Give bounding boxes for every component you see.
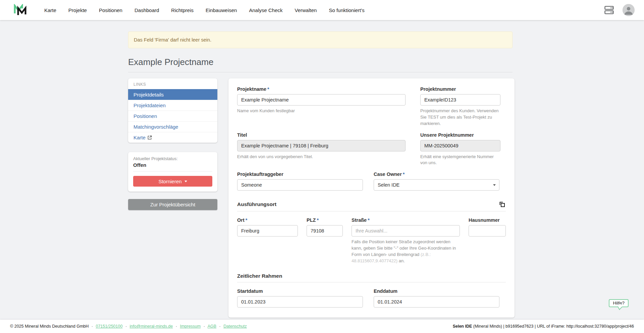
nav-item-verwalten[interactable]: Verwalten [295, 7, 317, 13]
projektname-help: Name vom Kunden festlegbar [237, 108, 406, 114]
label-text: Case Owner [374, 172, 402, 177]
ort-label: Ort* [237, 217, 298, 223]
footer-user-name: Selen IDE [453, 324, 472, 329]
footer-copyright: © 2025 Mineral Minds Deutschland GmbH [10, 324, 89, 329]
nav-item-karte[interactable]: Karte [44, 7, 56, 13]
projektnummer-help: Projektnummer des Kunden. Verwenden Sie … [420, 108, 500, 127]
nav-item-richtpreis[interactable]: Richtpreis [171, 7, 194, 13]
separator: · [92, 324, 93, 329]
nav-item-dashboard[interactable]: Dashboard [135, 7, 159, 13]
mineral-minds-logo-icon [13, 4, 27, 16]
footer-link-phone[interactable]: 07151/250100 [96, 324, 122, 329]
sidebar-item-positionen[interactable]: Positionen [128, 111, 217, 121]
separator: · [204, 324, 205, 329]
label-text: Ort [237, 217, 245, 223]
enddatum-label: Enddatum [374, 288, 499, 294]
help-button[interactable]: Hilfe? [609, 299, 629, 307]
footer-link-agb[interactable]: AGB [208, 324, 216, 329]
sidebar-item-projektdateien[interactable]: Projektdateien [128, 100, 217, 111]
startdatum-input[interactable] [237, 296, 363, 308]
nav-item-einbauweisen[interactable]: Einbauweisen [206, 7, 237, 13]
enddatum-input[interactable] [374, 296, 499, 308]
sidebar-item-matchingvorschlaege[interactable]: Matchingvorschläge [128, 121, 217, 132]
footer-link-email[interactable]: info@mineral-minds.de [130, 324, 173, 329]
stornieren-button[interactable]: Stornieren [133, 176, 212, 187]
footer-session-info: Selen IDE (Mineral Minds) | b91695ed7623… [453, 324, 634, 329]
links-card: LINKS Projektdetails Projektdateien Posi… [128, 78, 217, 143]
sidebar-item-karte[interactable]: Karte [128, 132, 217, 143]
sidebar-item-label: Karte [133, 135, 146, 140]
main-menu: Karte Projekte Positionen Dashboard Rich… [44, 7, 365, 13]
separator: · [125, 324, 127, 329]
required-marker: * [317, 217, 319, 223]
footer-link-impressum[interactable]: Impressum [180, 324, 201, 329]
strasse-label: Straße* [352, 217, 460, 223]
required-marker: * [267, 86, 269, 92]
label-text: Straße [352, 217, 367, 223]
footer: © 2025 Mineral Minds Deutschland GmbH · … [0, 320, 644, 333]
required-marker: * [246, 217, 248, 223]
footer-session-details: (Mineral Minds) | b91695ed7623 | URL of … [472, 324, 634, 329]
help-button-label: Hilfe? [613, 301, 625, 306]
sidebar-item-label: Positionen [133, 113, 157, 119]
status-value: Offen [133, 162, 212, 168]
required-marker: * [368, 217, 370, 223]
projektauftraggeber-input[interactable] [237, 179, 363, 191]
nav-item-so-funktionierts[interactable]: So funktioniert's [329, 7, 364, 13]
required-marker: * [403, 172, 405, 177]
caret-down-icon [184, 181, 187, 182]
server-icon[interactable] [604, 6, 614, 14]
label-text: PLZ [307, 217, 316, 223]
external-link-icon [148, 135, 152, 140]
plz-input[interactable] [307, 225, 343, 237]
separator: · [219, 324, 221, 329]
divider [237, 282, 506, 282]
strasse-input[interactable] [352, 225, 460, 237]
nav-item-projekte[interactable]: Projekte [68, 7, 87, 13]
strasse-help: Falls die Position keiner Straße zugeord… [352, 239, 460, 264]
projektnummer-label: Projektnummer [420, 86, 500, 92]
hausnummer-input[interactable] [469, 225, 506, 237]
links-card-header: LINKS [128, 78, 217, 89]
projektname-input[interactable] [237, 94, 406, 106]
footer-left: © 2025 Mineral Minds Deutschland GmbH · … [10, 324, 247, 329]
sidebar-item-label: Matchingvorschläge [133, 124, 178, 130]
user-avatar-icon[interactable] [623, 4, 635, 16]
label-text: Projektname [237, 86, 266, 92]
titel-help: Erhält den von uns vorgegebenen Titel. [237, 154, 406, 160]
footer-link-datenschutz[interactable]: Datenschutz [223, 324, 247, 329]
page-container: Das Feld 'Firma' darf nicht leer sein. E… [128, 31, 513, 318]
hausnummer-label: Hausnummer [469, 217, 506, 223]
sidebar-item-label: Projektdateien [133, 103, 166, 108]
projektnummer-input[interactable] [420, 94, 500, 106]
copy-icon [498, 201, 506, 208]
sidebar-item-projektdetails[interactable]: Projektdetails [128, 89, 217, 100]
nav-item-analyse-check[interactable]: Analyse Check [249, 7, 282, 13]
project-details-form: Projektname* Name vom Kunden festlegbar … [228, 78, 515, 318]
case-owner-select[interactable]: Selen IDE [374, 179, 499, 191]
strasse-help-main: Falls die Position keiner Straße zugeord… [352, 239, 456, 257]
separator: · [176, 324, 177, 329]
unsere-projektnummer-label: Unsere Projektnummer [420, 132, 500, 138]
stornieren-button-label: Stornieren [158, 179, 181, 184]
zur-projektuebersicht-button[interactable]: Zur Projektübersicht [128, 199, 217, 210]
strasse-help-suffix: an. [397, 258, 405, 263]
divider [237, 211, 506, 211]
project-status-card: Aktueller Projektstatus: Offen Storniere… [128, 152, 217, 192]
nav-item-positionen[interactable]: Positionen [99, 7, 122, 13]
app-logo[interactable] [13, 4, 27, 16]
unsere-projektnummer-input [420, 140, 500, 151]
projektname-label: Projektname* [237, 86, 406, 92]
alert-message: Das Feld 'Firma' darf nicht leer sein. [134, 37, 211, 43]
startdatum-label: Startdatum [237, 288, 363, 294]
section-title-ausfuehrungsort: Ausführungsort [237, 201, 276, 207]
ort-input[interactable] [237, 225, 298, 237]
projektauftraggeber-label: Projektauftraggeber [237, 172, 363, 177]
top-navbar: Karte Projekte Positionen Dashboard Rich… [0, 0, 644, 20]
validation-alert: Das Feld 'Firma' darf nicht leer sein. [128, 31, 513, 48]
titel-label: Titel [237, 132, 406, 138]
copy-address-button[interactable] [498, 201, 506, 208]
sidebar-item-label: Projektdetails [133, 92, 164, 97]
sidebar: LINKS Projektdetails Projektdateien Posi… [128, 78, 217, 210]
section-title-zeitlicher-rahmen: Zeitlicher Rahmen [237, 273, 282, 279]
